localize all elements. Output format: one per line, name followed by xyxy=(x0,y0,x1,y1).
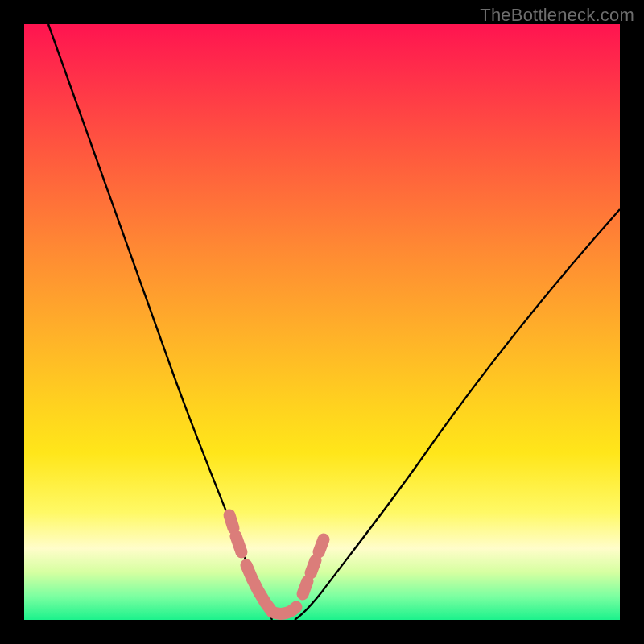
pink-right-dot-mid xyxy=(311,560,316,573)
right-curve xyxy=(295,209,620,620)
pink-right-dot-lower xyxy=(303,581,308,594)
pink-left-dot-upper xyxy=(229,515,233,528)
pink-right-dot-upper xyxy=(319,539,324,552)
pink-left-dot-lower xyxy=(236,536,242,552)
chart-svg xyxy=(24,24,620,620)
chart-frame xyxy=(24,24,620,620)
pink-left-long xyxy=(246,565,296,613)
watermark-text: TheBottleneck.com xyxy=(480,5,634,26)
